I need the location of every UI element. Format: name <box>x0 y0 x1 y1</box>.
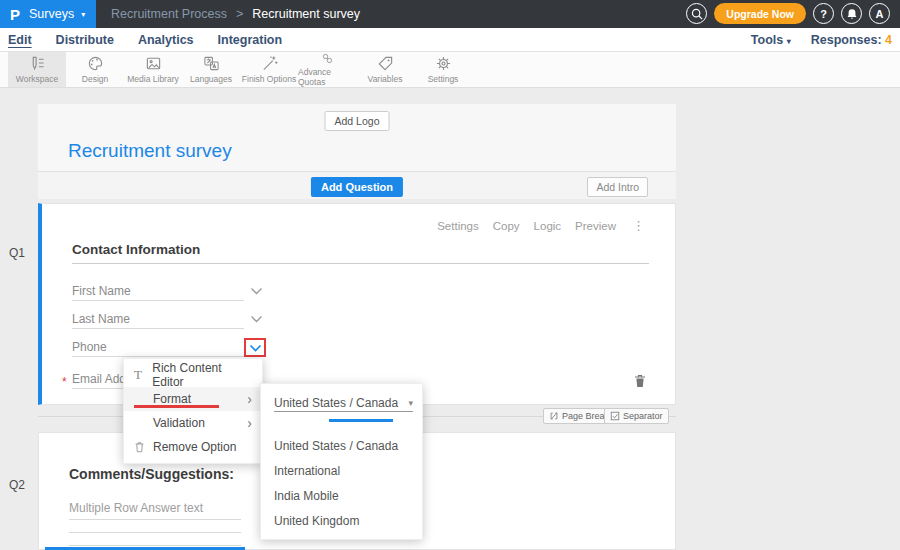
chevron-down-icon[interactable] <box>250 287 263 295</box>
toolbar-item-workspace[interactable]: Workspace <box>8 52 66 87</box>
advance-quotas-icon <box>319 52 336 65</box>
separator-icon <box>610 411 620 421</box>
breadcrumb-separator-icon: > <box>236 7 243 21</box>
format-option-united-kingdom[interactable]: United Kingdom <box>274 514 359 528</box>
question-actions: Settings Copy Logic Preview ⋮ <box>437 218 645 233</box>
product-menu[interactable]: P Surveys ▾ <box>0 0 96 28</box>
app-window: P Surveys ▾ Recruitment Process > Recrui… <box>0 0 900 550</box>
variables-tag-icon <box>377 55 394 72</box>
multirow-answer-placeholder[interactable]: Multiple Row Answer text <box>69 501 203 515</box>
selected-format: United States / Canada <box>274 396 398 410</box>
add-question-button[interactable]: Add Question <box>311 177 403 197</box>
question-preview-link[interactable]: Preview <box>575 220 616 232</box>
search-button[interactable] <box>686 3 707 24</box>
languages-icon <box>203 55 220 72</box>
tab-distribute[interactable]: Distribute <box>56 33 114 47</box>
rich-text-icon: T <box>134 367 142 383</box>
toolbar-item-languages[interactable]: Languages <box>182 52 240 87</box>
tools-menu[interactable]: Tools ▾ <box>751 33 791 47</box>
responses-count: 4 <box>885 33 892 47</box>
chevron-down-icon[interactable] <box>249 344 262 352</box>
answer-row-line[interactable] <box>69 519 241 520</box>
add-section-row: Add Question Add Intro <box>38 172 676 199</box>
format-option-us-canada[interactable]: United States / Canada <box>274 439 398 453</box>
annotation-underline <box>134 405 219 408</box>
notifications-button[interactable] <box>841 3 862 24</box>
workspace-icon <box>29 55 46 72</box>
toolbar-item-design[interactable]: Design <box>66 52 124 87</box>
kebab-menu-icon[interactable]: ⋮ <box>632 218 645 233</box>
submenu-arrow-icon: › <box>247 416 252 430</box>
field-first-name[interactable]: First Name <box>72 284 244 301</box>
help-button[interactable]: ? <box>813 3 834 24</box>
separator-button[interactable]: Separator <box>604 408 669 424</box>
trash-icon <box>134 441 145 453</box>
question-copy-link[interactable]: Copy <box>493 220 520 232</box>
toolbar-item-finish-options[interactable]: Finish Options <box>240 52 298 87</box>
answer-row-line[interactable] <box>69 532 241 533</box>
survey-header: Add Logo Recruitment survey <box>38 104 676 172</box>
menu-item-rich-content-editor[interactable]: T Rich Content Editor <box>124 363 262 387</box>
responses-label: Responses: <box>811 33 882 47</box>
breadcrumb: Recruitment Process > Recruitment survey <box>111 7 360 21</box>
settings-gear-icon <box>435 55 452 72</box>
design-palette-icon <box>87 55 104 72</box>
main-nav: Edit Distribute Analytics Integration To… <box>0 28 900 52</box>
question-number-q1: Q1 <box>9 246 25 260</box>
caret-down-icon: ▾ <box>787 37 791 46</box>
question-logic-link[interactable]: Logic <box>534 220 562 232</box>
avatar[interactable]: A <box>869 3 890 24</box>
editor-toolbar: Workspace Design Media Library Languages… <box>0 52 900 88</box>
breadcrumb-parent[interactable]: Recruitment Process <box>111 7 227 21</box>
delete-question-trash-icon[interactable] <box>634 374 646 388</box>
question-settings-link[interactable]: Settings <box>437 220 479 232</box>
page-break-icon <box>549 411 559 421</box>
select-caret-icon: ▾ <box>408 398 413 408</box>
finish-options-wand-icon <box>261 55 278 72</box>
tab-analytics[interactable]: Analytics <box>138 33 194 47</box>
tab-edit[interactable]: Edit <box>8 33 32 47</box>
menu-item-validation[interactable]: Validation › <box>124 411 262 435</box>
phone-format-select[interactable]: United States / Canada ▾ <box>274 394 413 412</box>
help-icon: ? <box>820 8 827 20</box>
top-header: P Surveys ▾ Recruitment Process > Recrui… <box>0 0 900 28</box>
tools-label: Tools <box>751 33 783 47</box>
search-icon <box>691 8 703 20</box>
breadcrumb-current: Recruitment survey <box>252 7 360 21</box>
chevron-down-icon[interactable] <box>250 315 263 323</box>
survey-title[interactable]: Recruitment survey <box>68 140 232 162</box>
field-phone[interactable]: Phone <box>72 340 244 357</box>
toolbar-item-advance-quotas[interactable]: Advance Quotas <box>298 52 356 87</box>
product-menu-label: Surveys <box>29 7 74 21</box>
toolbar-item-settings[interactable]: Settings <box>414 52 472 87</box>
add-logo-button[interactable]: Add Logo <box>325 111 390 131</box>
option-context-menu: T Rich Content Editor Format › Validatio… <box>123 358 263 464</box>
answer-row-line[interactable] <box>69 545 241 546</box>
format-submenu: United States / Canada ▾ United States /… <box>260 383 423 540</box>
media-library-icon <box>145 55 162 72</box>
bell-icon <box>846 8 858 20</box>
header-actions: Upgrade Now ? A <box>686 3 890 24</box>
questionpro-logo-icon: P <box>10 6 20 23</box>
format-option-international[interactable]: International <box>274 464 340 478</box>
question-title-q1[interactable]: Contact Information <box>72 242 200 257</box>
select-focus-indicator <box>329 419 393 422</box>
question-number-q2: Q2 <box>9 478 25 492</box>
annotation-highlight-box <box>244 338 266 357</box>
field-last-name[interactable]: Last Name <box>72 312 244 329</box>
upgrade-now-button[interactable]: Upgrade Now <box>714 3 806 24</box>
toolbar-item-media-library[interactable]: Media Library <box>124 52 182 87</box>
submenu-arrow-icon: › <box>247 392 252 406</box>
question-title-underline <box>72 263 649 264</box>
question-title-q2[interactable]: Comments/Suggestions: <box>69 466 234 482</box>
caret-down-icon: ▾ <box>81 10 85 19</box>
add-intro-button[interactable]: Add Intro <box>587 177 648 197</box>
menu-item-remove-option[interactable]: Remove Option <box>124 435 262 459</box>
toolbar-item-variables[interactable]: Variables <box>356 52 414 87</box>
required-asterisk: * <box>62 375 67 389</box>
format-option-india-mobile[interactable]: India Mobile <box>274 489 339 503</box>
tab-integration[interactable]: Integration <box>218 33 283 47</box>
responses-counter[interactable]: Responses: 4 <box>811 33 892 47</box>
